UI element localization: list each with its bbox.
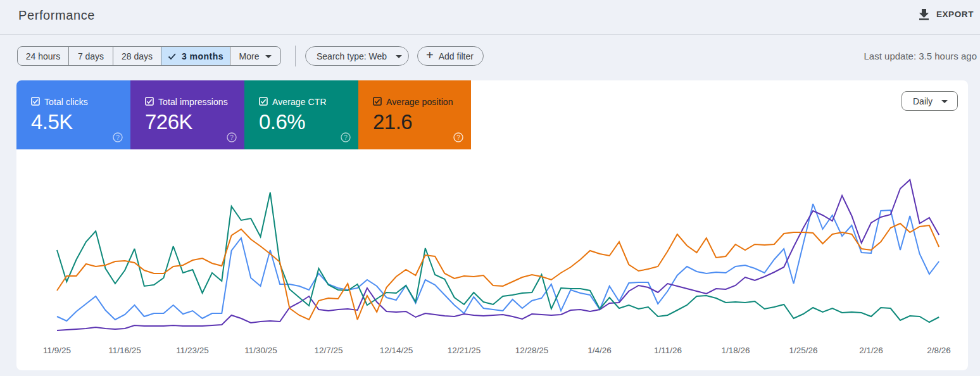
svg-text:?: ? [230, 134, 234, 141]
svg-text:?: ? [344, 134, 348, 141]
svg-text:?: ? [116, 134, 120, 141]
svg-text:?: ? [456, 134, 460, 141]
